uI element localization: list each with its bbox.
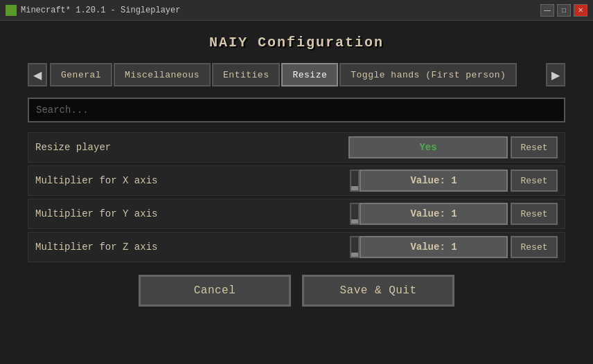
value-btn-y[interactable]: Value: 1 bbox=[360, 203, 508, 225]
setting-label-x-axis: Multiplier for X axis bbox=[35, 175, 350, 186]
tab-left-arrow[interactable]: ◀ bbox=[28, 63, 47, 87]
tab-right-arrow[interactable]: ▶ bbox=[546, 63, 565, 87]
slider-group-x: Value: 1 bbox=[350, 170, 508, 192]
setting-row-x-axis: Multiplier for X axis Value: 1 Reset bbox=[28, 165, 565, 196]
slider-track-x[interactable] bbox=[350, 170, 360, 192]
settings-area: Resize player Yes Reset Multiplier for X… bbox=[28, 132, 565, 262]
setting-control-x-axis: Value: 1 Reset bbox=[350, 170, 558, 192]
toggle-resize-player[interactable]: Yes bbox=[348, 136, 508, 158]
tabs-container: General Miscellaneous Entities Resize To… bbox=[50, 63, 543, 87]
minimize-button[interactable]: — bbox=[540, 4, 554, 17]
tab-miscellaneous[interactable]: Miscellaneous bbox=[114, 63, 211, 87]
config-title: NAIY Configuration bbox=[209, 35, 384, 51]
setting-row-z-axis: Multiplier for Z axis Value: 1 Reset bbox=[28, 232, 565, 262]
slider-handle-x bbox=[351, 186, 358, 190]
setting-row-y-axis: Multiplier for Y axis Value: 1 Reset bbox=[28, 199, 565, 229]
slider-track-y[interactable] bbox=[350, 203, 360, 225]
search-container bbox=[28, 98, 565, 122]
setting-label-resize-player: Resize player bbox=[35, 142, 348, 153]
reset-x-axis[interactable]: Reset bbox=[511, 170, 558, 192]
setting-label-y-axis: Multiplier for Y axis bbox=[35, 208, 350, 219]
value-btn-x[interactable]: Value: 1 bbox=[360, 170, 508, 192]
save-quit-button[interactable]: Save & Quit bbox=[302, 275, 454, 307]
title-bar: Minecraft* 1.20.1 - Singleplayer — □ ✕ bbox=[0, 0, 593, 21]
tab-toggle-hands[interactable]: Toggle hands (First person) bbox=[339, 63, 517, 87]
tab-general[interactable]: General bbox=[50, 63, 112, 87]
reset-y-axis[interactable]: Reset bbox=[511, 203, 558, 225]
slider-handle-z bbox=[351, 253, 358, 257]
setting-control-z-axis: Value: 1 Reset bbox=[350, 236, 558, 258]
slider-group-z: Value: 1 bbox=[350, 236, 508, 258]
tab-resize[interactable]: Resize bbox=[281, 63, 338, 87]
setting-row-resize-player: Resize player Yes Reset bbox=[28, 132, 565, 163]
bottom-bar: Cancel Save & Quit bbox=[28, 275, 565, 307]
window-controls: — □ ✕ bbox=[540, 4, 587, 17]
setting-control-resize-player: Yes Reset bbox=[348, 136, 558, 158]
tabs-row: ◀ General Miscellaneous Entities Resize … bbox=[28, 63, 565, 87]
app-icon bbox=[6, 5, 17, 16]
main-content: NAIY Configuration ◀ General Miscellaneo… bbox=[0, 21, 593, 364]
reset-z-axis[interactable]: Reset bbox=[511, 236, 558, 258]
title-bar-text: Minecraft* 1.20.1 - Singleplayer bbox=[21, 6, 540, 15]
slider-group-y: Value: 1 bbox=[350, 203, 508, 225]
setting-control-y-axis: Value: 1 Reset bbox=[350, 203, 558, 225]
close-button[interactable]: ✕ bbox=[574, 4, 587, 17]
value-btn-z[interactable]: Value: 1 bbox=[360, 236, 508, 258]
slider-track-z[interactable] bbox=[350, 236, 360, 258]
search-input[interactable] bbox=[28, 98, 565, 122]
slider-handle-y bbox=[351, 219, 358, 224]
tab-entities[interactable]: Entities bbox=[212, 63, 280, 87]
cancel-button[interactable]: Cancel bbox=[139, 275, 291, 307]
setting-label-z-axis: Multiplier for Z axis bbox=[35, 242, 350, 253]
reset-resize-player[interactable]: Reset bbox=[511, 136, 558, 158]
maximize-button[interactable]: □ bbox=[557, 4, 571, 17]
